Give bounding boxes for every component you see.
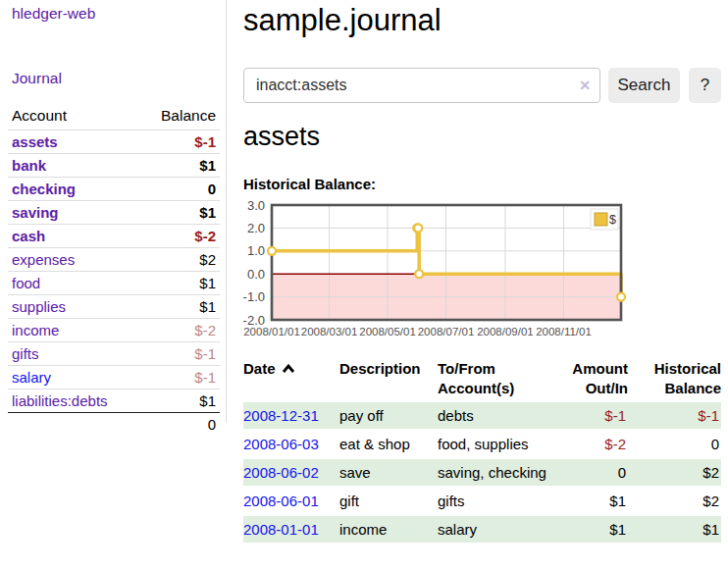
- register-header-date-label: Date: [243, 359, 276, 379]
- chart-legend: $: [591, 209, 618, 230]
- table-row: 2008-06-01 gift gifts $1 $2: [243, 488, 721, 514]
- account-balance: $-1: [139, 366, 220, 389]
- app-title-link[interactable]: hledger-web: [12, 5, 95, 23]
- table-row: expenses $2: [8, 248, 220, 272]
- help-button[interactable]: ?: [689, 68, 721, 103]
- x-axis-tick: 2008/05/01: [359, 326, 416, 337]
- table-row: bank $1: [8, 154, 220, 178]
- account-balance: $1: [139, 295, 220, 319]
- account-link-assets[interactable]: assets: [12, 133, 58, 150]
- table-row: income $-2: [8, 319, 220, 342]
- account-link-salary[interactable]: salary: [12, 369, 51, 386]
- transaction-balance: $2: [628, 488, 721, 514]
- table-row: assets $-1: [8, 130, 220, 154]
- transaction-date-link[interactable]: 2008-01-01: [243, 521, 319, 538]
- account-balance: $1: [139, 154, 220, 178]
- legend-swatch: [595, 213, 607, 226]
- account-balance: $-2: [139, 319, 220, 342]
- main-content: sample.journal ✕ Search ? assets Histori…: [243, 0, 721, 38]
- account-link-saving[interactable]: saving: [12, 204, 59, 221]
- table-row: food $1: [8, 272, 220, 295]
- register-header-description: Description: [339, 357, 438, 400]
- account-balance: $-2: [139, 225, 220, 248]
- clear-search-icon[interactable]: ✕: [579, 77, 591, 94]
- transaction-date-link[interactable]: 2008-12-31: [243, 407, 319, 424]
- transaction-description: save: [339, 459, 438, 486]
- chart-title: Historical Balance:: [243, 176, 376, 192]
- account-link-cash[interactable]: cash: [12, 228, 45, 244]
- account-link-supplies[interactable]: supplies: [12, 298, 66, 315]
- sidebar-item-journal[interactable]: Journal: [12, 70, 62, 87]
- transaction-date-link[interactable]: 2008-06-02: [243, 464, 319, 481]
- transaction-accounts: salary: [438, 516, 547, 543]
- account-balance: $2: [139, 248, 220, 272]
- table-row: 2008-06-02 save saving, checking 0 $2: [243, 459, 721, 486]
- table-row: cash $-2: [8, 225, 220, 248]
- table-row: saving $1: [8, 201, 220, 225]
- table-row: gifts $-1: [8, 342, 220, 366]
- transaction-amount: $-2: [547, 431, 628, 457]
- account-balance: $1: [139, 272, 220, 295]
- account-balance: $1: [139, 389, 220, 413]
- accounts-header-account: Account: [8, 104, 139, 130]
- accounts-table: Account Balance assets $-1 bank $1 check…: [8, 104, 220, 437]
- transaction-accounts: debts: [438, 402, 547, 429]
- table-row: 2008-12-31 pay off debts $-1 $-1: [243, 402, 721, 429]
- transaction-date-link[interactable]: 2008-06-03: [243, 436, 319, 452]
- accounts-header-row: Account Balance: [8, 104, 220, 130]
- transaction-accounts: gifts: [438, 488, 547, 514]
- account-link-gifts[interactable]: gifts: [12, 345, 39, 362]
- accounts-total-row: 0: [8, 413, 220, 437]
- legend-label: $: [609, 213, 616, 227]
- account-link-food[interactable]: food: [12, 275, 40, 291]
- y-axis-tick: -1.0: [243, 289, 265, 304]
- register-header-row: Date Description To/From Account(s) Amou…: [243, 357, 721, 400]
- account-link-bank[interactable]: bank: [12, 157, 46, 174]
- data-point: [268, 247, 276, 255]
- page-title: sample.journal: [243, 0, 721, 38]
- accounts-total-value: 0: [139, 413, 220, 437]
- table-row: liabilities:debts $1: [8, 389, 220, 413]
- transaction-accounts: food, supplies: [438, 431, 547, 457]
- x-axis-tick: 2008/07/01: [418, 326, 475, 337]
- y-axis-tick: 1.0: [247, 243, 265, 258]
- x-axis-tick: 2008/03/01: [301, 326, 358, 337]
- account-balance: $-1: [139, 130, 220, 154]
- transaction-amount: $-1: [547, 402, 628, 429]
- accounts-header-balance: Balance: [139, 104, 220, 130]
- x-axis-tick: 2008/09/01: [477, 326, 534, 337]
- account-link-liabilities-debts[interactable]: liabilities:debts: [12, 392, 108, 409]
- table-row: supplies $1: [8, 295, 220, 319]
- search-row: ✕ Search ?: [243, 68, 721, 103]
- transaction-date-link[interactable]: 2008-06-01: [243, 493, 319, 509]
- search-input[interactable]: [243, 68, 600, 103]
- account-heading: assets: [243, 122, 320, 152]
- transaction-amount: 0: [547, 459, 628, 486]
- table-row: checking 0: [8, 178, 220, 201]
- transaction-description: eat & shop: [339, 431, 438, 457]
- x-axis-tick: 2008/01/01: [243, 326, 300, 337]
- transaction-balance: $1: [628, 516, 721, 543]
- table-row: 2008-06-03 eat & shop food, supplies $-2…: [243, 431, 721, 457]
- chevron-up-icon: [282, 364, 295, 374]
- transaction-accounts: saving, checking: [438, 459, 547, 486]
- sidebar: hledger-web Journal Account Balance asse…: [0, 0, 227, 423]
- transaction-amount: $1: [547, 516, 628, 543]
- account-link-expenses[interactable]: expenses: [12, 251, 75, 268]
- register-header-date[interactable]: Date: [243, 357, 339, 400]
- y-axis-tick: 0.0: [247, 267, 265, 282]
- account-balance: $-1: [139, 342, 220, 366]
- transaction-amount: $1: [547, 488, 628, 514]
- table-row: 2008-01-01 income salary $1 $1: [243, 516, 721, 543]
- account-link-income[interactable]: income: [12, 322, 59, 338]
- transaction-description: pay off: [339, 402, 438, 429]
- register-header-accounts: To/From Account(s): [438, 357, 547, 400]
- x-axis-tick: 2008/11/01: [536, 326, 592, 337]
- register-table: Date Description To/From Account(s) Amou…: [243, 355, 721, 545]
- account-link-checking[interactable]: checking: [12, 181, 76, 197]
- search-button[interactable]: Search: [608, 68, 680, 103]
- y-axis-tick: 2.0: [247, 221, 265, 235]
- transaction-balance: $-1: [628, 402, 721, 429]
- account-balance: $1: [139, 201, 220, 225]
- balance-chart-svg: $3.02.01.00.0-1.0-2.02008/01/012008/03/0…: [243, 199, 721, 340]
